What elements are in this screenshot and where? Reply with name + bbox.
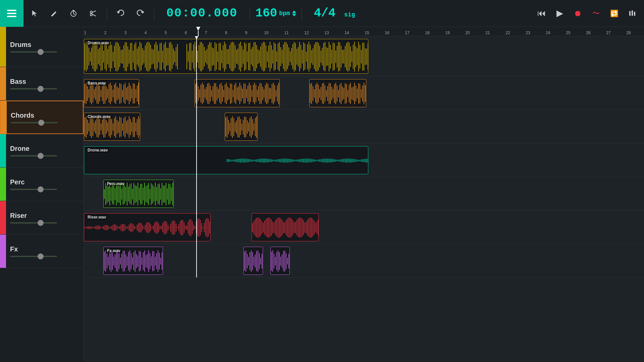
svg-rect-719 (286, 220, 286, 235)
svg-rect-244 (114, 84, 115, 103)
track-volume-riser[interactable] (10, 222, 57, 224)
ruler[interactable]: 1234567891011121314151617181920212223242… (84, 27, 644, 36)
pencil-tool-button[interactable] (46, 5, 62, 22)
clip-chords-0[interactable]: Chords.wav (84, 113, 140, 141)
rewind-button[interactable]: ⏮ (533, 5, 550, 22)
track-volume-drone[interactable] (10, 155, 57, 157)
svg-rect-737 (310, 218, 311, 238)
track-lane-fx[interactable]: Fx.wav (84, 244, 644, 278)
svg-rect-324 (276, 90, 276, 97)
track-lane-chords[interactable]: Chords.wav (84, 110, 644, 143)
track-header-drone[interactable]: Drone (0, 134, 84, 168)
svg-rect-627 (122, 224, 123, 232)
track-name-perc: Perc (10, 178, 79, 186)
track-header-chords[interactable]: Chords (0, 101, 84, 134)
track-lane-perc[interactable]: Perc.wav (84, 177, 644, 210)
clip-riser-0[interactable]: Riser.wav (84, 213, 211, 241)
svg-rect-118 (231, 43, 231, 71)
svg-rect-429 (246, 117, 246, 137)
svg-rect-673 (184, 222, 184, 233)
svg-rect-378 (94, 123, 95, 131)
svg-rect-409 (136, 123, 136, 131)
track-header-bass[interactable]: Bass (0, 67, 84, 101)
play-button[interactable]: ▶ (551, 5, 568, 22)
scissors-tool-button[interactable] (85, 5, 101, 22)
track-header-perc[interactable]: Perc (0, 168, 84, 201)
svg-rect-789 (244, 247, 263, 275)
svg-rect-634 (131, 223, 132, 232)
track-header-fx[interactable]: Fx (0, 235, 84, 268)
svg-rect-633 (130, 223, 131, 232)
clip-chords-1[interactable] (225, 113, 258, 141)
clip-drums-0[interactable]: Drums.wav (84, 39, 368, 74)
clip-bass-0[interactable]: Bass.wav (84, 79, 139, 107)
mixer-button[interactable] (624, 5, 641, 22)
svg-rect-282 (219, 84, 220, 103)
bpm-up-arrow[interactable] (292, 10, 296, 13)
clip-bass-1[interactable] (195, 79, 280, 107)
track-lane-bass[interactable]: Bass.wav (84, 76, 644, 110)
svg-rect-714 (279, 218, 280, 238)
svg-rect-60 (145, 46, 146, 68)
svg-rect-745 (104, 252, 105, 271)
track-header-riser[interactable]: Riser (0, 201, 84, 235)
track-volume-chords[interactable] (11, 122, 58, 123)
ruler-marker-7: 7 (199, 31, 213, 35)
track-volume-thumb-chords[interactable] (38, 120, 44, 126)
svg-rect-416 (228, 120, 229, 134)
loop-button[interactable]: 🔁 (606, 5, 623, 22)
svg-rect-540 (362, 159, 363, 162)
track-volume-thumb-drums[interactable] (38, 49, 44, 55)
svg-rect-657 (162, 223, 163, 232)
clip-fx-1[interactable] (244, 247, 263, 275)
track-volume-thumb-perc[interactable] (38, 186, 44, 192)
track-lane-riser[interactable]: Riser.wav (84, 210, 644, 244)
svg-rect-509 (321, 159, 321, 162)
clip-fx-2[interactable] (270, 247, 290, 275)
tracks-container[interactable]: Drums.wavBass.wavChords.wavDrone.wavPerc… (84, 36, 644, 362)
svg-rect-568 (133, 183, 134, 205)
svg-rect-260 (136, 89, 136, 98)
track-lane-drone[interactable]: Drone.wav (84, 143, 644, 177)
menu-button[interactable] (0, 0, 23, 27)
track-volume-thumb-drone[interactable] (38, 153, 44, 159)
bpm-down-arrow[interactable] (292, 14, 296, 16)
svg-rect-521 (337, 160, 337, 162)
svg-rect-419 (232, 116, 233, 138)
track-header-drums[interactable]: Drums (0, 27, 84, 67)
track-volume-perc[interactable] (10, 189, 57, 190)
track-volume-bass[interactable] (10, 88, 57, 89)
timer-tool-button[interactable] (65, 5, 82, 22)
clip-bass-2[interactable] (309, 79, 366, 107)
track-lane-drums[interactable]: Drums.wav (84, 36, 644, 76)
track-volume-fx[interactable] (10, 256, 57, 257)
select-tool-button[interactable] (26, 5, 43, 22)
automation-button[interactable]: 〜 (588, 5, 604, 22)
clip-perc-0[interactable]: Perc.wav (103, 180, 174, 208)
clip-riser-1[interactable] (252, 213, 319, 241)
track-volume-thumb-fx[interactable] (38, 253, 44, 259)
svg-rect-218 (365, 48, 366, 65)
svg-rect-491 (297, 160, 297, 161)
clip-fx-0[interactable]: Fx.wav (103, 247, 163, 275)
track-volume-drums[interactable] (10, 51, 57, 53)
redo-button[interactable] (132, 5, 149, 22)
sig-value[interactable]: 4/4 (314, 6, 336, 20)
bpm-value[interactable]: 160 (255, 6, 277, 20)
svg-rect-31 (106, 42, 107, 71)
undo-button[interactable] (112, 5, 129, 22)
svg-rect-176 (309, 42, 309, 72)
svg-rect-562 (125, 187, 126, 201)
clip-drone-0[interactable]: Drone.wav (84, 146, 368, 174)
svg-rect-363 (357, 89, 358, 99)
svg-rect-507 (318, 160, 319, 162)
svg-rect-103 (211, 43, 211, 71)
track-volume-thumb-riser[interactable] (38, 220, 44, 226)
svg-rect-422 (236, 120, 237, 133)
svg-rect-189 (326, 47, 327, 66)
svg-rect-807 (274, 254, 274, 268)
record-button[interactable]: ⏺ (570, 5, 586, 22)
svg-rect-83 (176, 47, 176, 66)
track-volume-thumb-bass[interactable] (38, 86, 44, 92)
svg-rect-595 (170, 184, 170, 204)
